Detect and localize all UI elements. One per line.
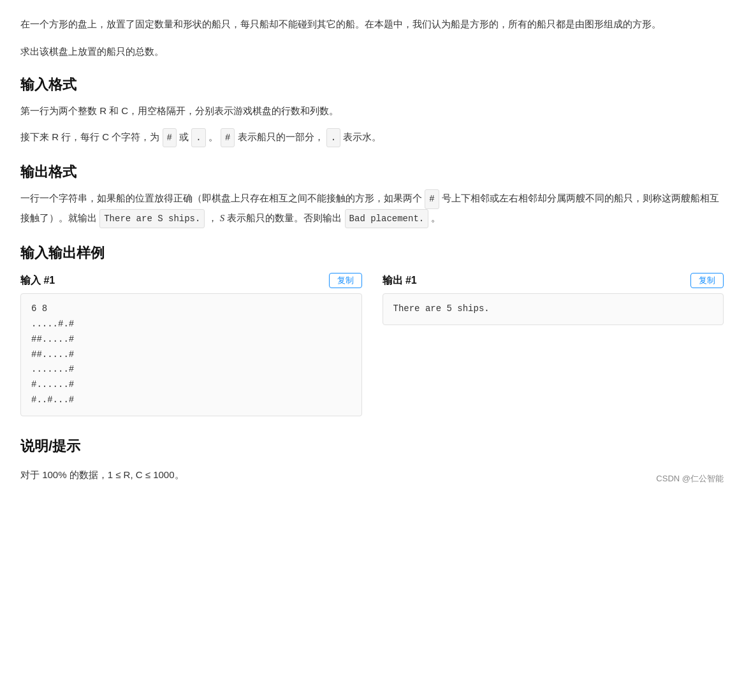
csdn-badge: CSDN @仁公智能 — [656, 473, 724, 485]
input-header: 输入 #1 复制 — [20, 273, 362, 288]
input-label: 输入 #1 — [20, 274, 55, 288]
bad-placement-code: Bad placement. — [345, 209, 429, 229]
copy-output-button[interactable]: 复制 — [690, 273, 724, 288]
line2-suffix: 表示船只的一部分， — [238, 131, 324, 142]
intro-section: 在一个方形的盘上，放置了固定数量和形状的船只，每只船却不能碰到其它的船。在本题中… — [20, 15, 724, 60]
hash-code-2: # — [221, 128, 235, 148]
dot-code-2: . — [326, 128, 340, 148]
output-there-are-code: There are S ships. — [99, 209, 205, 229]
output-label: 输出 #1 — [383, 274, 417, 288]
input-format-section: 输入格式 第一行为两个整数 R 和 C，用空格隔开，分别表示游戏棋盘的行数和列数… — [20, 75, 724, 147]
output-format-section: 输出格式 一行一个字符串，如果船的位置放得正确（即棋盘上只存在相互之间不能接触的… — [20, 163, 724, 228]
output-header: 输出 #1 复制 — [383, 273, 724, 288]
examples-section: 输入输出样例 输入 #1 复制 6 8 .....#.# ##.....# ##… — [20, 244, 724, 416]
hash-code-output: # — [425, 189, 439, 209]
hash-code-1: # — [163, 128, 177, 148]
intro-paragraph-2: 求出该棋盘上放置的船只的总数。 — [20, 43, 724, 60]
dot-code-1: . — [191, 128, 205, 148]
hint-section: 说明/提示 对于 100% 的数据，1 ≤ R, C ≤ 1000。 CSDN … — [20, 437, 724, 492]
input-format-title: 输入格式 — [20, 75, 724, 94]
examples-title: 输入输出样例 — [20, 244, 724, 263]
hint-title: 说明/提示 — [20, 437, 724, 456]
copy-input-button[interactable]: 复制 — [329, 273, 362, 288]
comma-sep: ， — [208, 212, 217, 223]
io-columns: 输入 #1 复制 6 8 .....#.# ##.....# ##.....# … — [20, 273, 724, 416]
s-variable: S — [220, 213, 225, 223]
end-punct: 。 — [431, 212, 441, 223]
intro-paragraph-1: 在一个方形的盘上，放置了固定数量和形状的船只，每只船却不能碰到其它的船。在本题中… — [20, 15, 724, 33]
hint-content: 对于 100% 的数据，1 ≤ R, C ≤ 1000。 — [20, 466, 184, 485]
input-format-line2: 接下来 R 行，每行 C 个字符，为 # 或 . 。 # 表示船只的一部分， .… — [20, 128, 724, 148]
or-text: 或 — [179, 131, 191, 142]
output-code-box: There are 5 ships. — [383, 293, 724, 325]
line2-prefix: 接下来 R 行，每行 C 个字符，为 — [20, 131, 159, 142]
output-desc-end: 表示船只的数量。否则输出 — [227, 212, 342, 223]
input-format-line1: 第一行为两个整数 R 和 C，用空格隔开，分别表示游戏棋盘的行数和列数。 — [20, 102, 724, 120]
output-desc-prefix: 一行一个字符串，如果船的位置放得正确（即棋盘上只存在相互之间不能接触的方形，如果… — [20, 193, 422, 203]
output-block: 输出 #1 复制 There are 5 ships. — [383, 273, 724, 325]
input-block: 输入 #1 复制 6 8 .....#.# ##.....# ##.....# … — [20, 273, 362, 416]
footer-note: 对于 100% 的数据，1 ≤ R, C ≤ 1000。 CSDN @仁公智能 — [20, 466, 724, 492]
line2-end: 表示水。 — [343, 131, 381, 142]
output-format-description: 一行一个字符串，如果船的位置放得正确（即棋盘上只存在相互之间不能接触的方形，如果… — [20, 189, 724, 228]
output-format-title: 输出格式 — [20, 163, 724, 182]
line2-mid: 。 — [208, 131, 218, 142]
input-code-box: 6 8 .....#.# ##.....# ##.....# .......# … — [20, 293, 362, 416]
